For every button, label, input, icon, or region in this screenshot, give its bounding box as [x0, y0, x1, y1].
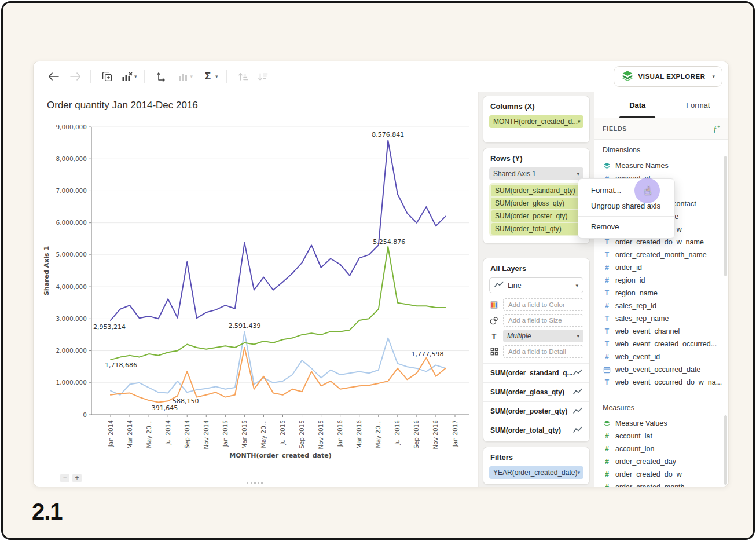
line-mark-icon [573, 369, 582, 378]
line-mark-icon [494, 281, 504, 290]
field-item[interactable]: Tregion_name [594, 287, 728, 299]
field-item[interactable]: web_event_occurred_date [594, 363, 728, 376]
chevron-down-icon[interactable]: ▾ [577, 171, 579, 177]
field-item[interactable]: #region_id [594, 274, 728, 287]
menu-item-ungroup-shared-axis[interactable]: Ungroup shared axis [578, 198, 674, 214]
tab-data[interactable]: Data [607, 92, 668, 118]
svg-text:8,000,000: 8,000,000 [56, 155, 87, 162]
fields-header-label: FIELDS [603, 125, 627, 132]
swap-axes-icon[interactable] [154, 70, 168, 83]
clear-visualization-icon[interactable] [120, 70, 134, 83]
field-item[interactable]: #account_lat [594, 430, 728, 443]
sort-descending-icon[interactable] [256, 70, 270, 83]
field-item[interactable]: Torder_created_month_name [594, 248, 728, 261]
field-item[interactable]: #order_id [594, 261, 728, 274]
field-drop-zone[interactable]: Add a field to Size [503, 314, 583, 327]
field-item[interactable]: Tsales_rep_name [594, 312, 728, 325]
chevron-down-icon[interactable]: ▾ [577, 333, 579, 339]
size-icon [489, 316, 499, 325]
svg-text:May 20...: May 20... [145, 420, 152, 448]
field-item[interactable]: Tweb_event_occurred_do_w_na... [594, 376, 728, 389]
chevron-down-icon[interactable]: ▾ [215, 74, 218, 79]
field-item[interactable]: Tweb_event_created_occurred... [594, 338, 728, 350]
shared-axis-pill[interactable]: Shared Axis 1 ▾ [489, 167, 583, 180]
chevron-down-icon[interactable]: ▾ [577, 470, 580, 476]
field-item[interactable]: #sales_rep_id [594, 299, 728, 312]
svg-text:9,000,000: 9,000,000 [56, 123, 87, 130]
visual-explorer-button[interactable]: VISUAL EXPLORER ▾ [614, 66, 722, 87]
field-item[interactable]: #order_created_month [594, 481, 728, 487]
columns-field-pill[interactable]: MONTH(order_created_d... ▾ [489, 115, 583, 128]
row-field-pill[interactable]: SUM(order_gloss_qty) [491, 198, 582, 209]
toolbar-divider [90, 70, 91, 83]
menu-item-format[interactable]: Format... [578, 182, 674, 198]
field-item[interactable]: #account_lon [594, 443, 728, 455]
text-icon: T [489, 332, 499, 341]
series-SUM(order_standard_qty)[interactable] [111, 247, 446, 360]
forward-arrow-icon[interactable] [68, 70, 82, 83]
line-mark-icon [573, 407, 582, 416]
layer-fields-list: SUM(order_standard_q...SUM(order_gloss_q… [483, 363, 589, 440]
svg-text:3,000,000: 3,000,000 [56, 315, 87, 322]
text-field-pill[interactable]: Multiple▾ [503, 330, 583, 342]
series-SUM(order_total_qty)[interactable] [111, 140, 446, 320]
svg-text:5,254,876: 5,254,876 [373, 238, 405, 246]
field-item[interactable]: Measure Values [594, 417, 728, 430]
layer-field[interactable]: SUM(order_standard_q... [483, 363, 589, 382]
field-drop-zone[interactable]: Add a field to Detail [503, 345, 583, 358]
layer-field[interactable]: SUM(order_total_qty) [483, 421, 589, 440]
zoom-controls: − + [60, 474, 82, 482]
row-field-pill[interactable]: SUM(order_poster_qty) [491, 210, 582, 222]
field-item[interactable]: Tweb_event_channel [594, 325, 728, 338]
calendar-dim-icon [603, 366, 611, 374]
zoom-out-button[interactable]: − [60, 474, 69, 482]
measures-header: Measures [594, 396, 728, 417]
tab-format[interactable]: Format [668, 92, 729, 118]
field-item[interactable]: #order_created_do_w [594, 468, 728, 481]
zoom-in-button[interactable]: + [72, 474, 82, 482]
scrollbar-thumb[interactable] [724, 156, 727, 276]
duplicate-icon[interactable] [100, 70, 114, 83]
layer-field[interactable]: SUM(order_poster_qty) [483, 401, 589, 421]
visual-explorer-window: ▾ ▾ Σ ▾ VISUAL EXPLORER [33, 61, 729, 487]
aggregation-sigma-icon[interactable]: Σ [201, 70, 215, 83]
scrollbar-thumb[interactable] [724, 415, 727, 485]
rows-shelf-title: Rows (Y) [483, 148, 589, 167]
layer-field[interactable]: SUM(order_gloss_qty) [483, 382, 589, 401]
visual-explorer-label: VISUAL EXPLORER [638, 73, 706, 80]
line-mark-icon [573, 388, 582, 397]
back-arrow-icon[interactable] [46, 70, 60, 83]
drag-handle[interactable] [247, 482, 263, 484]
field-item[interactable]: Measure Names [594, 159, 728, 172]
hash-meas-icon: # [603, 445, 611, 453]
menu-item-remove[interactable]: Remove [578, 219, 674, 235]
filter-field-pill[interactable]: YEAR(order_created_date) ▾ [489, 466, 583, 479]
text-dim-icon: T [603, 378, 611, 386]
svg-text:2,000,000: 2,000,000 [56, 347, 87, 354]
chevron-down-icon[interactable]: ▾ [134, 74, 137, 79]
chart-type-icon[interactable] [176, 70, 190, 83]
chevron-down-icon[interactable]: ▾ [575, 283, 578, 288]
row-field-pill[interactable]: SUM(order_total_qty) [491, 223, 582, 235]
row-field-pill[interactable]: SUM(order_standard_qty) [491, 185, 582, 196]
field-item[interactable]: #order_created_day [594, 455, 728, 468]
add-calculated-field-icon[interactable]: ƒ+ [713, 123, 720, 134]
field-item[interactable]: #web_event_id [594, 350, 728, 363]
mark-type-select[interactable]: Line ▾ [489, 277, 583, 293]
hash-meas-icon: # [603, 432, 611, 440]
context-menu: Format...Ungroup shared axisRemove [578, 178, 675, 239]
fields-panel-tabs: Data Format [594, 92, 728, 118]
stack-green-icon [603, 420, 611, 427]
chevron-down-icon[interactable]: ▾ [190, 74, 193, 79]
sort-ascending-icon[interactable] [236, 70, 250, 83]
shared-axis-label: Shared Axis 1 [493, 170, 536, 178]
chevron-down-icon[interactable]: ▾ [578, 119, 581, 125]
mark-shelves: Add a field to ColorAdd a field to SizeT… [483, 298, 589, 358]
svg-text:Jan 2015: Jan 2015 [222, 420, 229, 447]
line-chart[interactable]: 01,000,0002,000,0003,000,0004,000,0005,0… [34, 112, 478, 469]
tab-data-label: Data [629, 101, 645, 109]
field-drop-zone[interactable]: Add a field to Color [503, 298, 583, 311]
hash-dim-icon: # [603, 353, 611, 361]
line-mark-icon [573, 426, 582, 435]
dimensions-header: Dimensions [594, 138, 728, 159]
